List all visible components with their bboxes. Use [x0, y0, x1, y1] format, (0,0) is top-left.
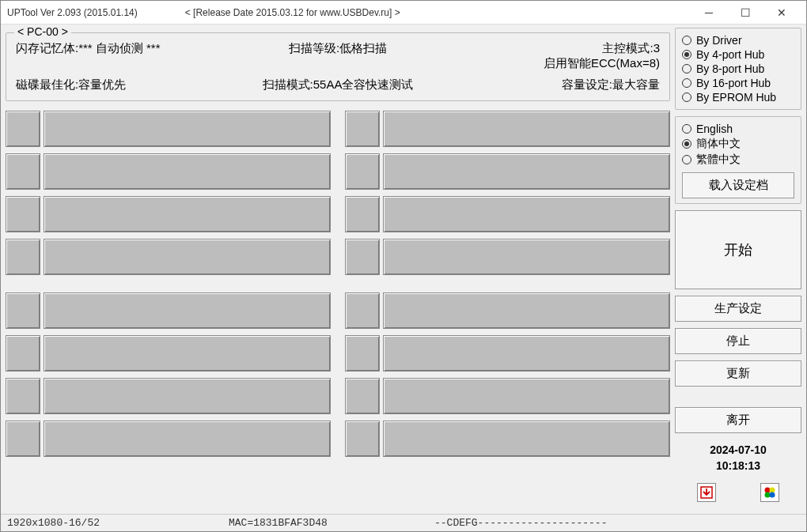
statusbar: 1920x1080-16/52 MAC=1831BFAF3D48 --CDEFG…: [1, 514, 806, 531]
slot-display[interactable]: [383, 239, 670, 275]
stop-button[interactable]: 停止: [675, 328, 801, 354]
slot-indicator[interactable]: [345, 378, 380, 414]
slot-row: [345, 421, 670, 457]
ecc-label: 启用智能ECC(Max=8): [445, 56, 660, 71]
lang-option[interactable]: English: [682, 122, 794, 136]
slot-display[interactable]: [44, 239, 331, 275]
slot-row: [6, 111, 331, 147]
start-button[interactable]: 开始: [675, 210, 801, 289]
slot-indicator[interactable]: [6, 153, 40, 190]
slot-row: [345, 239, 670, 275]
slot-indicator[interactable]: [345, 239, 380, 275]
slot-indicator[interactable]: [345, 335, 380, 372]
slot-display[interactable]: [44, 153, 331, 190]
hub-label: By 4-port Hub: [696, 48, 764, 61]
slot-indicator[interactable]: [6, 239, 40, 275]
load-config-button[interactable]: 载入设定档: [682, 172, 794, 198]
titlebar: UPTool Ver 2.093 (2015.01.14) < [Release…: [1, 1, 806, 25]
slot-indicator[interactable]: [345, 153, 380, 190]
radio-icon: [682, 50, 691, 59]
exit-button[interactable]: 离开: [675, 407, 801, 433]
scan-level-label: 扫描等级:低格扫描: [230, 41, 445, 71]
slot-row: [6, 239, 331, 275]
slot-indicator[interactable]: [6, 196, 40, 232]
info-group: < PC-00 > 闪存记忆体:*** 自动侦测 *** 扫描等级:低格扫描 主…: [6, 32, 670, 101]
slot-display[interactable]: [44, 335, 331, 372]
hub-option[interactable]: By EPROM Hub: [682, 90, 794, 104]
slot-indicator[interactable]: [345, 111, 380, 147]
slot-row: [345, 153, 670, 190]
slot-display[interactable]: [44, 421, 331, 457]
svg-point-3: [765, 492, 771, 498]
hub-option[interactable]: By 16-port Hub: [682, 76, 794, 90]
hub-label: By EPROM Hub: [696, 91, 776, 104]
drives-label: --CDEFG---------------------: [434, 517, 800, 529]
slot-indicator[interactable]: [6, 421, 40, 457]
slot-column: [6, 111, 331, 275]
slot-display[interactable]: [383, 378, 670, 414]
controller-mode-label: 主控模式:3 启用智能ECC(Max=8): [445, 41, 660, 71]
status-icon[interactable]: [760, 483, 779, 502]
slot-display[interactable]: [383, 196, 670, 232]
slot-display[interactable]: [44, 292, 331, 329]
hub-option[interactable]: By Driver: [682, 33, 794, 47]
date-label: 2024-07-10: [675, 443, 801, 458]
slot-indicator[interactable]: [6, 292, 40, 329]
radio-icon: [682, 92, 691, 102]
slot-indicator[interactable]: [6, 335, 40, 372]
side-panel: By DriverBy 4-port HubBy 8-port HubBy 16…: [675, 28, 801, 512]
mac-label: MAC=1831BFAF3D48: [229, 517, 434, 529]
slot-row: [6, 421, 331, 457]
slot-display[interactable]: [383, 335, 670, 372]
hub-option[interactable]: By 8-port Hub: [682, 62, 794, 76]
slot-column: [6, 292, 331, 457]
maximize-button[interactable]: ☐: [727, 1, 763, 25]
language-group: English簡体中文繁體中文 载入设定档: [675, 116, 801, 204]
datetime-display: 2024-07-10 10:18:13: [675, 443, 801, 474]
lang-option[interactable]: 繁體中文: [682, 152, 794, 168]
slot-display[interactable]: [44, 378, 331, 414]
hub-label: By 16-port Hub: [696, 77, 771, 89]
prod-setup-button[interactable]: 生产设定: [675, 296, 801, 322]
radio-icon: [682, 124, 691, 134]
minimize-button[interactable]: ─: [691, 1, 727, 25]
content-area: < PC-00 > 闪存记忆体:*** 自动侦测 *** 扫描等级:低格扫描 主…: [1, 25, 806, 514]
flash-memory-label: 闪存记忆体:*** 自动侦测 ***: [16, 41, 230, 71]
scan-mode-label: 扫描模式:55AA全容快速测试: [230, 77, 445, 92]
refresh-button[interactable]: 更新: [675, 360, 801, 387]
slot-indicator[interactable]: [345, 421, 380, 457]
slot-display[interactable]: [383, 153, 670, 190]
slot-row: [6, 335, 331, 372]
slot-row: [6, 153, 331, 190]
slot-display[interactable]: [383, 421, 670, 457]
slot-indicator[interactable]: [345, 196, 380, 232]
close-button[interactable]: ✕: [763, 1, 800, 25]
radio-icon: [682, 139, 691, 149]
slot-row: [345, 335, 670, 372]
slot-display[interactable]: [44, 196, 331, 232]
slot-indicator[interactable]: [345, 292, 380, 329]
lang-label: English: [696, 123, 733, 135]
resolution-label: 1920x1080-16/52: [7, 517, 229, 529]
pc-label: < PC-00 >: [14, 25, 71, 38]
slot-row: [6, 378, 331, 414]
radio-icon: [682, 78, 691, 88]
hub-option[interactable]: By 4-port Hub: [682, 47, 794, 62]
slot-row: [6, 196, 331, 232]
radio-icon: [682, 36, 691, 45]
hub-label: By Driver: [696, 34, 742, 47]
app-title: UPTool Ver 2.093 (2015.01.14): [7, 7, 138, 18]
svg-point-4: [770, 492, 775, 498]
slot-display[interactable]: [44, 111, 331, 147]
slot-row: [345, 292, 670, 329]
lang-option[interactable]: 簡体中文: [682, 136, 794, 152]
svg-point-2: [770, 488, 775, 493]
time-label: 10:18:13: [675, 458, 801, 474]
slot-indicator[interactable]: [6, 111, 40, 147]
lang-label: 繁體中文: [696, 153, 741, 167]
slot-row: [345, 196, 670, 232]
download-icon[interactable]: [697, 483, 716, 502]
slot-display[interactable]: [383, 292, 670, 329]
slot-display[interactable]: [383, 111, 670, 147]
slot-indicator[interactable]: [6, 378, 40, 414]
